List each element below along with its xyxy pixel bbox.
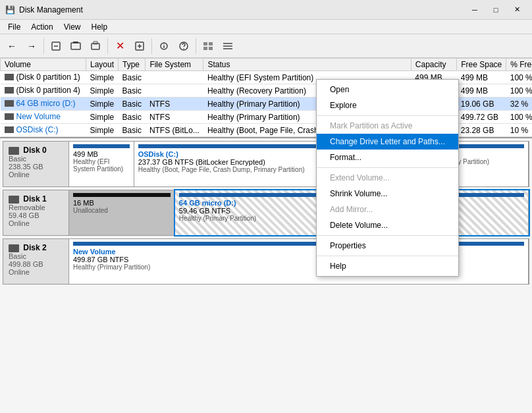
close-button[interactable]: ✕ <box>507 3 527 16</box>
table-cell-type: Basic <box>119 71 146 84</box>
table-cell-pct: 10 % <box>506 124 532 137</box>
context-menu-separator <box>317 167 458 168</box>
properties-button[interactable] <box>155 37 173 55</box>
forward-button[interactable]: → <box>22 37 41 55</box>
context-menu-item-extend: Extend Volume... <box>317 170 458 186</box>
col-status[interactable]: Status <box>203 59 411 71</box>
delete-button[interactable]: ✕ <box>111 37 129 55</box>
disk-label: Disk 2 Basic 499.88 GB Online <box>3 239 69 284</box>
context-menu-item-open[interactable]: Open <box>317 82 458 97</box>
disk-label: Disk 0 Basic 238.35 GB Online <box>3 142 69 186</box>
col-free[interactable]: Free Space <box>457 59 506 71</box>
minimize-button[interactable]: ─ <box>465 3 485 16</box>
table-cell-pct: 100 % <box>506 71 532 84</box>
context-menu-item-mark-active: Mark Partition as Active <box>317 118 458 134</box>
table-cell-fs <box>146 71 203 84</box>
disk-type: Basic <box>9 252 63 260</box>
menu-help[interactable]: Help <box>86 21 113 33</box>
context-menu-separator <box>317 115 458 116</box>
table-row[interactable]: (Disk 0 partition 4) <box>1 84 86 97</box>
svg-rect-14 <box>203 42 207 45</box>
table-cell-free: 499 MB <box>457 84 506 97</box>
context-menu-separator <box>317 235 458 236</box>
disk-label-title: Disk 0 <box>9 146 63 155</box>
list-view-button[interactable] <box>219 37 237 55</box>
table-row[interactable]: OSDisk (C:) <box>1 124 86 137</box>
table-row[interactable]: New Volume <box>1 111 86 124</box>
toolbar-sep-3 <box>151 38 152 54</box>
disk-partitions: 499 MB Healthy (EFI System Partition) OS… <box>69 142 529 186</box>
table-cell-layout: Simple <box>86 84 119 97</box>
disk-size: 59.48 GB <box>9 211 63 219</box>
toolbar-sep-1 <box>43 38 44 54</box>
table-row[interactable]: 64 GB micro (D:) <box>1 97 86 111</box>
col-fs[interactable]: File System <box>146 59 203 71</box>
menu-action[interactable]: Action <box>26 21 58 33</box>
help-button[interactable] <box>174 37 193 55</box>
app-icon: 💾 <box>5 5 15 14</box>
col-capacity[interactable]: Capacity <box>411 59 456 71</box>
col-type[interactable]: Type <box>119 59 146 71</box>
svg-point-11 <box>163 43 165 45</box>
menu-view[interactable]: View <box>59 21 86 33</box>
disk-label-title: Disk 1 <box>9 194 63 204</box>
table-cell-layout: Simple <box>86 111 119 124</box>
svg-rect-16 <box>203 47 207 50</box>
disk-button[interactable] <box>86 37 105 55</box>
toolbar-sep-2 <box>107 38 108 54</box>
table-cell-type: Basic <box>119 124 146 137</box>
refresh-button[interactable] <box>47 37 65 55</box>
disk-status: Online <box>9 268 63 276</box>
partition[interactable]: 499 MB Healthy (EFI System Partition) <box>69 142 134 186</box>
context-menu-item-explore[interactable]: Explore <box>317 97 458 113</box>
table-cell-free: 19.06 GB <box>457 97 506 111</box>
toolbar-sep-4 <box>196 38 196 54</box>
context-menu-separator <box>317 256 458 256</box>
context-menu-item-format[interactable]: Format... <box>317 150 458 165</box>
menu-file[interactable]: File <box>3 21 26 33</box>
view-button[interactable] <box>199 37 217 55</box>
context-menu-item-change-letter[interactable]: Change Drive Letter and Paths... <box>317 134 458 150</box>
back-button[interactable]: ← <box>3 37 21 55</box>
disk-label: Disk 1 Removable 59.48 GB Online <box>3 190 69 235</box>
disk-type: Basic <box>9 155 63 163</box>
table-cell-fs <box>146 84 203 97</box>
rescan-button[interactable] <box>66 37 85 55</box>
svg-rect-3 <box>73 41 78 43</box>
context-menu-item-shrink[interactable]: Shrink Volume... <box>317 186 458 202</box>
svg-rect-2 <box>71 43 80 49</box>
disk-partitions: New Volume 499.87 GB NTFS Healthy (Prima… <box>69 239 529 284</box>
table-cell-type: Basic <box>119 97 146 111</box>
table-cell-fs: NTFS <box>146 97 203 111</box>
table-cell-pct: 100 % <box>506 111 532 124</box>
context-menu-item-delete[interactable]: Delete Volume... <box>317 217 458 233</box>
disk-label-title: Disk 2 <box>9 243 63 252</box>
col-layout[interactable]: Layout <box>86 59 119 71</box>
toolbar: ← → ✕ <box>0 34 532 58</box>
context-menu-item-properties[interactable]: Properties <box>317 238 458 254</box>
partition[interactable]: 16 MB Unallocated <box>69 190 175 235</box>
table-cell-pct: 100 % <box>506 84 532 97</box>
context-menu-item-help[interactable]: Help <box>317 258 458 274</box>
title-bar: 💾 Disk Management ─ □ ✕ <box>0 0 532 20</box>
disk-partitions: 16 MB Unallocated 64 GB micro (D:) 59.46… <box>69 190 529 235</box>
disk-size: 499.88 GB <box>9 260 63 268</box>
table-cell-type: Basic <box>119 111 146 124</box>
disk-type: Removable <box>9 204 63 211</box>
partition[interactable]: New Volume 499.87 GB NTFS Healthy (Prima… <box>69 239 529 284</box>
disk-size: 238.35 GB <box>9 163 63 171</box>
partition-size: 16 MB <box>73 199 171 207</box>
maximize-button[interactable]: □ <box>486 3 506 16</box>
window-title: Disk Management <box>19 5 83 14</box>
table-cell-layout: Simple <box>86 97 119 111</box>
table-cell-layout: Simple <box>86 124 119 137</box>
context-menu: OpenExploreMark Partition as ActiveChang… <box>316 79 459 277</box>
new-button[interactable] <box>130 37 149 55</box>
table-cell-free: 499 MB <box>457 71 506 84</box>
col-volume[interactable]: Volume <box>1 59 86 71</box>
table-cell-free: 499.72 GB <box>457 111 506 124</box>
table-row[interactable]: (Disk 0 partition 1) <box>1 71 86 84</box>
col-pct[interactable]: % Free <box>506 59 532 71</box>
table-cell-type: Basic <box>119 84 146 97</box>
table-cell-fs: NTFS (BitLo... <box>146 124 203 137</box>
